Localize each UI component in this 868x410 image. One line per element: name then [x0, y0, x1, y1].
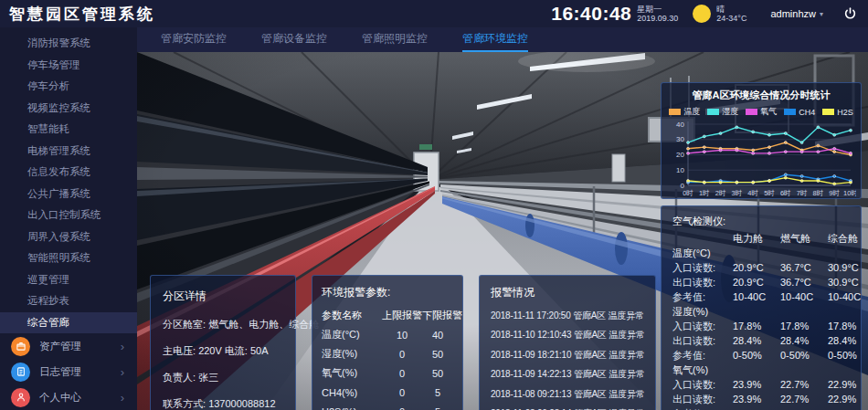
sidebar-item-perimeter-intrusion[interactable]: 周界入侵系统 [0, 226, 137, 248]
sidebar-item-patrol-mgmt[interactable]: 巡更管理 [0, 269, 137, 291]
legend-item[interactable]: 温度 [669, 106, 700, 118]
legend-swatch-icon [822, 109, 834, 115]
table-row: 出口读数:20.9°C36.7°C30.9°C [672, 275, 850, 289]
legend-swatch-icon [707, 109, 719, 115]
sidebar-item-access-control[interactable]: 出入口控制系统 [0, 205, 137, 226]
sidebar-item-utility-tunnel[interactable]: 综合管廊 [0, 312, 137, 334]
air-detector-title: 空气检测仪: [672, 214, 850, 228]
alarm-list-card: 报警情况 2018-11-11 17:20:50 管廊A区 温度异常 2018-… [479, 275, 656, 410]
legend-item[interactable]: CH4 [784, 106, 815, 118]
chevron-right-icon: › [121, 340, 124, 353]
tab-lighting-monitoring[interactable]: 管廊照明监控 [362, 27, 428, 52]
svg-text:9时: 9时 [829, 189, 840, 197]
air-section-humidity: 湿度(%) [672, 304, 850, 319]
column-header: 综合舱 [828, 232, 858, 246]
log-document-icon [11, 363, 30, 382]
list-item[interactable]: 2018-11-09 18:21:10 管廊A区 温度异常 [491, 350, 644, 360]
svg-text:3时: 3时 [732, 189, 743, 197]
legend-item[interactable]: 氧气 [746, 106, 777, 118]
list-item[interactable]: 2018-11-11 17:20:50 管廊A区 温度异常 [491, 310, 644, 321]
zone-compartments: 分区舱室: 燃气舱、电力舱、综合舱 [163, 319, 283, 331]
power-icon [843, 7, 857, 21]
sidebar-item-log-mgmt[interactable]: 日志管理 › [0, 359, 137, 384]
legend-item[interactable]: 湿度 [707, 106, 738, 118]
sidebar-item-personal-center[interactable]: 个人中心 › [0, 384, 137, 410]
sidebar-item-asset-mgmt[interactable]: 资产管理 › [0, 333, 137, 359]
tab-bar: 管廊安防监控 管廊设备监控 管廊照明监控 管廊环境监控 [137, 27, 868, 52]
air-section-temperature: 温度(°C) [672, 246, 850, 260]
svg-text:8时: 8时 [813, 189, 824, 197]
sidebar-item-video-surveillance[interactable]: 视频监控系统 [0, 98, 137, 120]
chart-legend: 温度湿度氧气CH4H2S [666, 106, 856, 118]
list-item[interactable]: 2018-11-10 12:10:43 管廊A区 温度异常 [491, 330, 644, 340]
person-icon [11, 388, 30, 407]
svg-text:1时: 1时 [699, 189, 710, 197]
svg-text:40: 40 [676, 121, 684, 129]
svg-text:5时: 5时 [764, 189, 775, 197]
table-row: 入口读数:23.9%22.7%22.9% [672, 377, 850, 392]
svg-text:30: 30 [676, 135, 684, 143]
air-detector-panel: 空气检测仪: 电力舱 燃气舱 综合舱 温度(°C) 入口读数:20.9°C36.… [661, 205, 862, 410]
zone-detail-card: 分区详情 分区舱室: 燃气舱、电力舱、综合舱 主电压: 220V 电流: 50A… [150, 275, 296, 410]
alarm-list-title: 报警情况 [491, 285, 644, 300]
sidebar-item-label: 资产管理 [39, 340, 81, 353]
sidebar-item-public-broadcast[interactable]: 公共广播系统 [0, 184, 137, 205]
legend-swatch-icon [669, 109, 681, 115]
sidebar: 消防报警系统 停车场管理 停车分析 视频监控系统 智慧能耗 电梯管理系统 信息发… [0, 27, 137, 410]
date-label: 2019.09.30 [637, 14, 678, 23]
alarm-params-title: 环境报警参数: [322, 285, 453, 300]
tab-equipment-monitoring[interactable]: 管廊设备监控 [261, 27, 327, 52]
table-row: 入口读数:20.9°C36.7°C30.9°C [672, 260, 850, 275]
list-item[interactable]: 2018-11-08 09:21:13 管廊A区 温度异常 [491, 389, 644, 399]
weather-block: 晴 24-34°C [716, 5, 746, 23]
tab-environment-monitoring[interactable]: 管廊环境监控 [462, 27, 528, 52]
legend-swatch-icon [746, 109, 757, 115]
tab-security-monitoring[interactable]: 管廊安防监控 [161, 27, 227, 52]
sidebar-item-info-publish[interactable]: 信息发布系统 [0, 162, 137, 184]
tunnel-scene: 管廊A区环境综合情况分时统计 温度湿度氧气CH4H2S 0102030400时1… [137, 52, 868, 410]
legend-item[interactable]: H2S [822, 106, 853, 118]
sidebar-item-parking-mgmt[interactable]: 停车场管理 [0, 55, 137, 77]
weekday-label: 星期一 [637, 5, 678, 14]
power-button[interactable] [843, 7, 857, 21]
list-item[interactable]: 2018-11-09 14:22:13 管廊A区 温度异常 [491, 369, 644, 379]
sidebar-item-smart-energy[interactable]: 智慧能耗 [0, 119, 137, 141]
sidebar-item-fire-alarm[interactable]: 消防报警系统 [0, 33, 137, 55]
clock: 16:40:48 [551, 3, 631, 25]
column-header: 电力舱 [733, 232, 780, 246]
svg-text:6时: 6时 [780, 189, 791, 197]
chevron-down-icon: ▾ [820, 10, 823, 18]
weather-condition: 晴 [716, 5, 746, 14]
main-area: 消防报警系统 停车场管理 停车分析 视频监控系统 智慧能耗 电梯管理系统 信息发… [0, 27, 868, 410]
user-menu[interactable]: adminhzw ▾ [770, 8, 823, 19]
sidebar-item-label: 个人中心 [39, 391, 81, 405]
svg-text:7时: 7时 [797, 189, 808, 197]
column-header: 燃气舱 [780, 232, 828, 246]
air-detector-header: 电力舱 燃气舱 综合舱 [672, 231, 850, 246]
weather-temp-range: 24-34°C [716, 14, 746, 23]
header-right: 16:40:48 星期一 2019.09.30 晴 24-34°C adminh… [551, 3, 857, 25]
env-line-chart[interactable]: 0102030400时1时2时3时4时5时6时7时8时9时10时 [666, 119, 856, 197]
chevron-right-icon: › [121, 391, 124, 405]
svg-text:0时: 0时 [683, 189, 693, 197]
app-root: 智慧园区管理系统 16:40:48 星期一 2019.09.30 晴 24-34… [0, 0, 868, 410]
alarm-params-header: 参数名称上限报警下限报警 [322, 306, 453, 325]
chart-title: 管廊A区环境综合情况分时统计 [666, 89, 856, 102]
table-row: 出口读数:28.4%28.4%28.4% [672, 333, 850, 348]
table-row: 氧气(%)050 [322, 363, 453, 383]
legend-swatch-icon [784, 109, 796, 115]
svg-text:10: 10 [676, 166, 684, 174]
table-row: 温度(°C)1040 [322, 325, 453, 344]
table-row: 参考值:0-50%0-50%0-50% [672, 406, 850, 410]
sidebar-item-parking-analysis[interactable]: 停车分析 [0, 76, 137, 98]
sidebar-item-elevator[interactable]: 电梯管理系统 [0, 141, 137, 163]
username: adminhzw [770, 8, 816, 19]
sidebar-item-remote-meter[interactable]: 远程抄表 [0, 290, 137, 312]
table-row: H2S(%)05 [322, 402, 453, 410]
table-row: 入口读数:17.8%17.8%17.8% [672, 319, 850, 333]
svg-text:10时: 10时 [843, 189, 856, 197]
sidebar-item-smart-lighting[interactable]: 智能照明系统 [0, 247, 137, 269]
zone-manager: 负责人: 张三 [163, 372, 283, 384]
content-area: 管廊安防监控 管廊设备监控 管廊照明监控 管廊环境监控 [137, 27, 868, 410]
asset-box-icon [11, 337, 30, 356]
